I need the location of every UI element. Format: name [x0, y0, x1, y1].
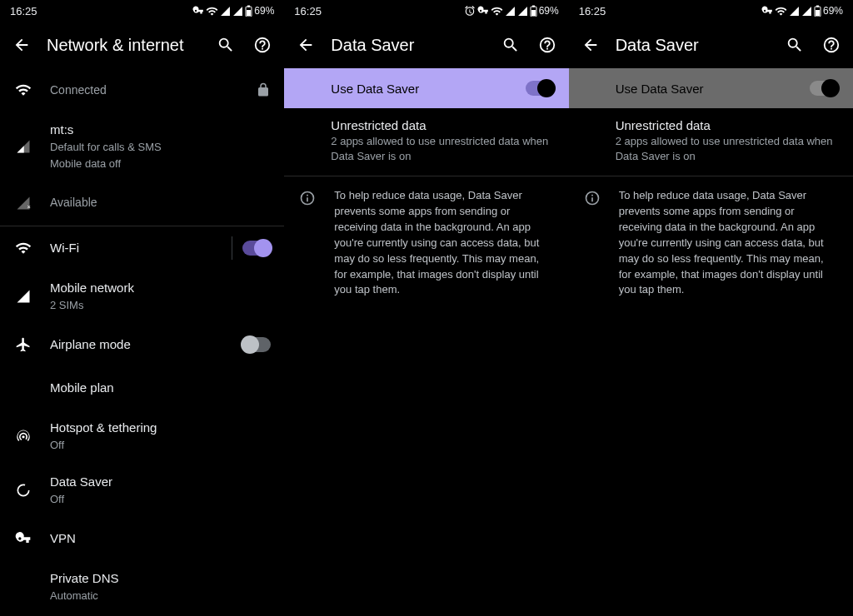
signal2-icon	[801, 6, 812, 17]
wifi-connected-icon	[13, 80, 33, 100]
item-dns[interactable]: Private DNS Automatic	[0, 560, 284, 614]
use-datasaver-toggle[interactable]	[526, 81, 554, 96]
mobile-sub: 2 SIMs	[50, 298, 271, 313]
battery-pct: 69%	[539, 5, 559, 17]
pane-network: 16:25 69% Network & internet Connected m…	[0, 0, 284, 616]
svg-rect-11	[816, 10, 820, 16]
back-button[interactable]	[579, 33, 602, 57]
back-button[interactable]	[294, 33, 317, 57]
dns-sub: Automatic	[50, 589, 271, 604]
search-icon	[217, 36, 235, 54]
available-label: Available	[50, 195, 271, 211]
spacer-icon	[13, 577, 33, 597]
svg-rect-3	[247, 10, 251, 16]
help-button[interactable]	[536, 33, 559, 57]
info-block: To help reduce data usage, Data Saver pr…	[284, 176, 568, 310]
svg-rect-10	[816, 6, 819, 7]
svg-rect-8	[531, 10, 536, 16]
status-time: 16:25	[10, 5, 37, 17]
connected-label: Connected	[50, 82, 239, 98]
pane-datasaver-accent: 16:25 69% Data Saver Use Data Saver Unre…	[284, 0, 568, 616]
item-unrestricted[interactable]: Unrestricted data 2 apps allowed to use …	[284, 108, 568, 176]
header: Network & internet	[0, 22, 284, 68]
wifi-icon	[206, 5, 218, 17]
signal-half-icon	[13, 137, 33, 156]
wifi-label: Wi-Fi	[50, 240, 215, 256]
wifi-icon	[775, 5, 787, 17]
svg-point-5	[17, 484, 28, 495]
page-title: Data Saver	[331, 36, 485, 55]
item-airplane[interactable]: Airplane mode	[0, 323, 284, 366]
back-arrow-icon	[581, 36, 600, 54]
search-button[interactable]	[214, 33, 237, 57]
info-text: To help reduce data usage, Data Saver pr…	[334, 188, 553, 298]
page-title: Data Saver	[616, 36, 770, 55]
spacer-icon	[13, 378, 33, 398]
item-connected[interactable]: Connected	[0, 68, 284, 112]
wifi-toggle[interactable]	[242, 241, 271, 256]
help-icon	[538, 36, 556, 54]
item-unrestricted[interactable]: Unrestricted data 2 apps allowed to use …	[569, 108, 853, 176]
battery-pct: 69%	[254, 5, 274, 17]
status-time: 16:25	[579, 5, 606, 17]
help-button[interactable]	[820, 33, 843, 57]
mobile-label: Mobile network	[50, 280, 271, 296]
vpn-key-icon	[192, 5, 204, 17]
use-datasaver-toggle[interactable]	[810, 81, 838, 96]
status-time: 16:25	[294, 5, 322, 17]
signal2-icon	[232, 6, 243, 17]
item-vpn[interactable]: VPN	[0, 517, 284, 560]
airplane-toggle[interactable]	[242, 337, 271, 352]
page-title: Network & internet	[47, 36, 201, 55]
signal-icon	[13, 286, 33, 306]
status-bar: 16:25 69%	[284, 0, 568, 22]
status-icons: 69%	[192, 5, 274, 17]
battery-icon	[814, 5, 821, 17]
item-mobile[interactable]: Mobile network 2 SIMs	[0, 270, 284, 323]
search-button[interactable]	[783, 33, 806, 57]
vpn-key-icon	[477, 5, 489, 17]
divider	[232, 236, 232, 260]
item-datasaver[interactable]: Data Saver Off	[0, 464, 284, 517]
item-available[interactable]: × Available	[0, 182, 284, 226]
help-icon	[822, 36, 841, 54]
search-button[interactable]	[499, 33, 522, 57]
use-datasaver-label: Use Data Saver	[616, 82, 810, 96]
unrestricted-title: Unrestricted data	[331, 118, 553, 132]
carrier-sub2: Mobile data off	[50, 156, 271, 171]
header: Data Saver	[569, 22, 853, 68]
hotspot-icon	[13, 426, 33, 446]
signal1-icon	[789, 6, 800, 17]
datasaver-icon	[13, 480, 33, 500]
back-arrow-icon	[297, 36, 315, 54]
vpn-label: VPN	[50, 530, 271, 547]
dns-label: Private DNS	[50, 570, 271, 587]
svg-rect-2	[247, 6, 250, 7]
datasaver-label: Data Saver	[50, 474, 271, 490]
item-wifi[interactable]: Wi-Fi	[0, 226, 284, 270]
status-bar: 16:25 69%	[569, 0, 853, 22]
wifi-icon	[13, 238, 33, 258]
search-icon	[501, 36, 520, 54]
unrestricted-title: Unrestricted data	[616, 118, 838, 132]
signal1-icon	[220, 6, 231, 17]
item-mobileplan[interactable]: Mobile plan	[0, 366, 284, 410]
back-button[interactable]	[10, 33, 33, 57]
signal-x-icon: ×	[13, 193, 33, 213]
item-hotspot[interactable]: Hotspot & tethering Off	[0, 410, 284, 463]
carrier-name: mt:s	[50, 122, 271, 138]
item-carrier[interactable]: mt:s Default for calls & SMS Mobile data…	[0, 112, 284, 182]
help-button[interactable]	[251, 33, 274, 57]
unrestricted-sub: 2 apps allowed to use unrestricted data …	[331, 134, 553, 164]
airplane-icon	[13, 335, 33, 355]
hotspot-sub: Off	[50, 438, 271, 453]
battery-icon	[530, 5, 537, 17]
signal1-icon	[505, 6, 516, 17]
airplane-label: Airplane mode	[50, 336, 226, 353]
use-datasaver-row[interactable]: Use Data Saver	[284, 68, 568, 108]
info-block: To help reduce data usage, Data Saver pr…	[569, 176, 853, 310]
use-datasaver-row[interactable]: Use Data Saver	[569, 68, 853, 108]
status-icons: 69%	[761, 5, 843, 17]
help-icon	[253, 36, 272, 54]
info-text: To help reduce data usage, Data Saver pr…	[619, 188, 838, 298]
